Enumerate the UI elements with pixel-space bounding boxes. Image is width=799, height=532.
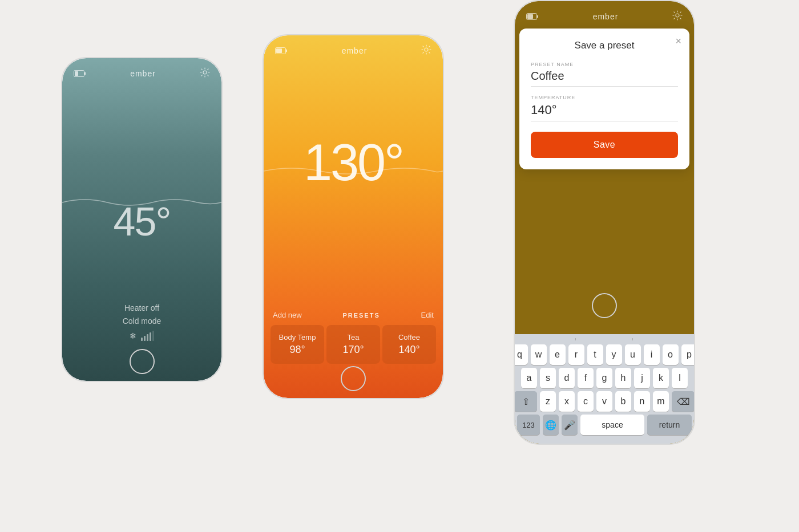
suggestion-1[interactable] — [518, 338, 576, 341]
key-w[interactable]: w — [531, 344, 547, 365]
key-g[interactable]: g — [596, 368, 612, 388]
preset-temp-3: 140° — [387, 344, 431, 356]
key-u[interactable]: u — [625, 344, 641, 365]
battery-icon-3 — [526, 13, 539, 20]
bottom-status-1: Heater off Cold mode ❄ — [62, 302, 221, 341]
phone-active: ember 130° Add new — [263, 34, 444, 399]
key-f[interactable]: f — [578, 368, 594, 388]
svg-point-3 — [203, 71, 207, 74]
phone-cold: ember 45° Heater off — [61, 57, 223, 382]
keyboard: q w e r t y u i o p a s d f g — [515, 334, 694, 444]
phone-dialog-screen: ember × Save a preset PRESET NAME TEMPER… — [515, 1, 694, 444]
key-s[interactable]: s — [540, 368, 556, 388]
app-title-3: ember — [593, 12, 619, 21]
app-title-2: ember — [342, 46, 368, 55]
preset-body-temp[interactable]: Body Temp 98° — [271, 325, 324, 364]
mic-key[interactable]: 🎤 — [562, 415, 578, 435]
preset-name-2: Tea — [331, 333, 376, 342]
keyboard-row-2: a s d f g h j k l — [517, 368, 692, 388]
key-x[interactable]: x — [559, 391, 575, 412]
preset-name-3: Coffee — [387, 333, 431, 342]
home-button-2[interactable] — [341, 366, 366, 391]
suggestion-2[interactable] — [576, 338, 633, 341]
presets-title: PRESETS — [342, 312, 380, 319]
shift-key[interactable]: ⇧ — [515, 391, 537, 412]
key-d[interactable]: d — [559, 368, 575, 388]
dialog-title: Save a preset — [531, 40, 678, 51]
preset-temp-1: 98° — [275, 344, 320, 356]
key-y[interactable]: y — [606, 344, 622, 365]
heater-status: Heater off Cold mode — [62, 302, 221, 327]
signal-bar-1 — [141, 338, 143, 341]
suggestion-3[interactable] — [633, 338, 691, 341]
preset-name-label: PRESET NAME — [531, 62, 678, 67]
battery-icon-1 — [74, 70, 86, 77]
key-t[interactable]: t — [587, 344, 603, 365]
key-o[interactable]: o — [663, 344, 679, 365]
phone-dialog: ember × Save a preset PRESET NAME TEMPER… — [514, 0, 695, 445]
preset-temp-2: 170° — [331, 344, 376, 356]
svg-rect-5 — [286, 50, 287, 52]
presets-section: Add new PRESETS Edit Body Temp 98° Tea 1… — [264, 311, 443, 364]
keyboard-row-3: ⇧ z x c v b n m ⌫ — [517, 391, 692, 412]
key-p[interactable]: p — [681, 344, 695, 365]
save-preset-dialog: × Save a preset PRESET NAME TEMPERATURE … — [519, 29, 689, 169]
home-button-3[interactable] — [592, 293, 617, 318]
keyboard-row-1: q w e r t y u i o p — [517, 344, 692, 365]
dialog-close-button[interactable]: × — [675, 35, 681, 47]
presets-grid: Body Temp 98° Tea 170° Coffee 140° — [271, 325, 436, 364]
key-l[interactable]: l — [672, 368, 688, 388]
snowflake-icon: ❄ — [130, 331, 136, 340]
home-button-1[interactable] — [130, 349, 155, 374]
add-new-button[interactable]: Add new — [273, 311, 302, 319]
bottom-icons-1: ❄ — [62, 331, 221, 341]
preset-name-input[interactable] — [531, 70, 678, 87]
key-n[interactable]: n — [634, 391, 650, 412]
key-k[interactable]: k — [653, 368, 669, 388]
status-bar-2: ember — [264, 35, 443, 62]
key-m[interactable]: m — [653, 391, 669, 412]
key-c[interactable]: c — [578, 391, 594, 412]
temperature-value: 140° — [531, 103, 678, 121]
phone-active-screen: ember 130° Add new — [264, 35, 443, 398]
key-z[interactable]: z — [540, 391, 556, 412]
app-title-1: ember — [130, 69, 156, 78]
key-b[interactable]: b — [615, 391, 631, 412]
svg-rect-9 — [537, 15, 538, 18]
gear-icon-1[interactable] — [200, 67, 210, 80]
save-button[interactable]: Save — [531, 132, 678, 158]
signal-bar-2 — [144, 336, 146, 341]
return-key[interactable]: return — [647, 415, 692, 435]
key-r[interactable]: r — [568, 344, 584, 365]
key-a[interactable]: a — [521, 368, 537, 388]
preset-coffee[interactable]: Coffee 140° — [382, 325, 436, 364]
preset-tea[interactable]: Tea 170° — [326, 325, 380, 364]
globe-key[interactable]: 🌐 — [543, 415, 559, 435]
svg-rect-2 — [75, 71, 78, 76]
temp-display-1: 45° — [114, 199, 171, 245]
key-v[interactable]: v — [596, 391, 612, 412]
status-bar-1: ember — [62, 58, 221, 84]
edit-button[interactable]: Edit — [421, 311, 434, 319]
key-e[interactable]: e — [550, 344, 566, 365]
key-q[interactable]: q — [515, 344, 528, 365]
svg-point-7 — [425, 48, 428, 51]
temperature-label: TEMPERATURE — [531, 95, 678, 100]
keyboard-suggestions — [517, 338, 692, 341]
svg-rect-10 — [527, 14, 533, 19]
signal-bars — [141, 331, 154, 341]
numbers-key[interactable]: 123 — [517, 415, 540, 435]
keyboard-row-bottom: 123 🌐 🎤 space return — [517, 415, 692, 435]
gear-icon-3[interactable] — [672, 10, 683, 23]
gear-icon-2[interactable] — [421, 44, 431, 57]
signal-bar-3 — [147, 334, 148, 341]
key-j[interactable]: j — [634, 368, 650, 388]
svg-point-11 — [676, 14, 679, 17]
scene: ember 45° Heater off — [0, 0, 799, 532]
backspace-key[interactable]: ⌫ — [672, 391, 694, 412]
space-key[interactable]: space — [580, 415, 644, 435]
battery-icon-2 — [275, 47, 288, 54]
key-i[interactable]: i — [644, 344, 660, 365]
svg-rect-6 — [276, 48, 282, 53]
key-h[interactable]: h — [615, 368, 631, 388]
